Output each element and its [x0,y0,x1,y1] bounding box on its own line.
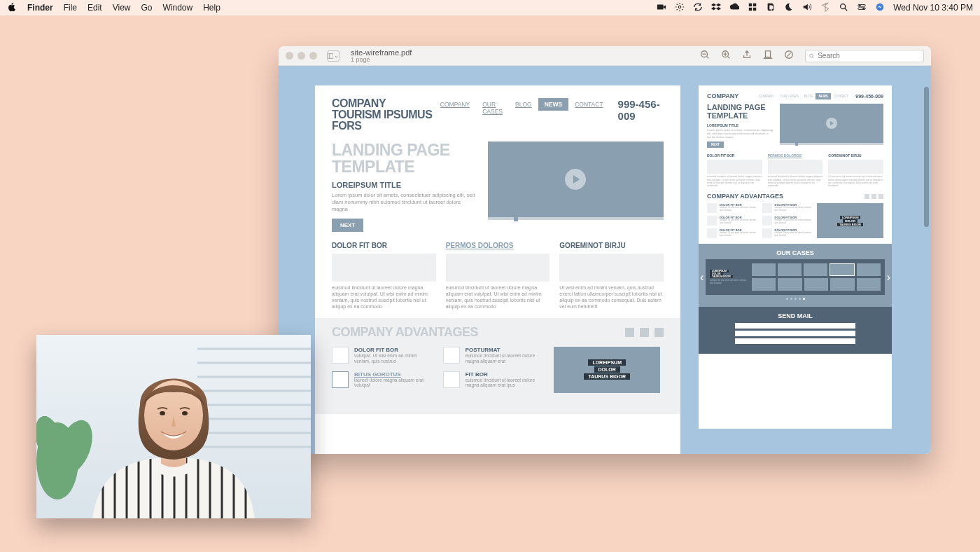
wf-logo: COMPANY [332,98,434,109]
markup-icon[interactable] [784,50,794,62]
svg-rect-0 [657,4,664,9]
wf-col2-p: euismod tincidunt ut laoreet dolore magn… [446,284,550,310]
video-icon[interactable] [657,2,666,14]
wf-col2-box [446,254,550,282]
t-hero-sub: LOREIPSUM TITLE [707,123,774,127]
wf-col1-p: euismod tincidunt ut laoreet dolore magn… [332,284,436,310]
wf-adv-hero: LOREIPSUM DOLOR TAURUS BIGOR [554,347,660,393]
zoom-out-icon[interactable] [700,50,710,62]
svg-point-10 [862,7,864,9]
preview-window: ⌄ site-wireframe.pdf 1 page COMPANY [279,46,931,454]
t-nav-news: NEWS [816,93,831,99]
svg-point-9 [859,4,861,6]
wf-nav-cases: OUR CASES [476,98,509,118]
pdf-viewport[interactable]: COMPANY TOURISM IPSUMUS FORS COMPANY OUR… [279,66,931,454]
wf-col1-h: DOLOR FIT BOR [332,242,436,249]
t-nav-blog: BLOG [802,93,816,99]
bluetooth-icon[interactable] [820,2,830,14]
apple-icon[interactable] [7,2,17,14]
wf-col2-h: PERMOS DOLOROS [446,242,550,249]
t-hero-title: LANDING PAGE TEMPLATE [707,104,774,120]
svg-rect-2 [749,3,752,6]
wf-adv-a: DOLOR FIT BOR [354,347,433,353]
svg-rect-12 [328,53,333,58]
wf-adv-title: COMPANY ADVANTAGES [332,325,478,340]
t-mail-f2 [735,331,855,336]
t-video [780,104,883,143]
svg-rect-3 [753,3,756,6]
t-mail-f1 [735,323,855,329]
wireframe-page-thumb: COMPANY COMPANY OUR CASES BLOG NEWS CONT… [699,85,892,429]
zoom-in-icon[interactable] [721,50,731,62]
traffic-lights[interactable] [286,52,317,60]
moon-icon[interactable] [784,2,794,14]
sync-icon[interactable] [693,2,703,14]
square-icon [332,347,349,364]
volume-icon[interactable] [802,2,812,14]
wf-video-placeholder [488,142,664,217]
menu-edit[interactable]: Edit [88,3,102,13]
document-subtitle: 1 page [351,57,412,63]
floating-photo [36,335,311,518]
wf-adv-c: BITUS GOROTUS [354,371,433,378]
wf-nav-company: COMPANY [434,98,476,111]
search-input[interactable] [818,52,920,60]
t-c3h: GOREMINOT BIRJU [828,153,883,158]
wf-tagline: TOURISM IPSUMUS FORS [332,109,434,132]
sidebar-toggle-icon[interactable]: ⌄ [327,50,340,62]
svg-point-47 [182,411,188,415]
t-mail-title: SEND MAIL [707,312,883,319]
menu-help[interactable]: Help [203,3,220,13]
share-icon[interactable] [742,50,752,62]
scrollbar-thumb[interactable] [924,87,929,227]
controlcenter-icon[interactable] [857,2,867,14]
app-name[interactable]: Finder [27,3,53,13]
wf-col3-box [559,254,664,282]
clock[interactable]: Wed Nov 10 3:40 PM [893,3,973,13]
svg-point-1 [678,6,681,8]
wf-adv-b-txt: euismod tincidunt ut laoreet dolore magn… [465,353,545,364]
menu-file[interactable]: File [64,3,77,13]
messenger-icon[interactable] [875,2,885,14]
t-vbar [780,143,883,145]
highlight-icon[interactable] [763,50,773,62]
wf-phone: 999-456-009 [618,98,664,122]
wf-next-button: NEXT [332,219,363,232]
wf-blk3: TAURUS BIGOR [584,373,630,380]
wf-hero-sub: LOREIPSUM TITLE [332,181,478,189]
t-c2h: PERMOS DOLOROS [768,153,823,158]
t-hero-body: Lorem ipsum dolor sit amets, consectetue… [707,129,774,139]
portrait-illustration [36,335,311,518]
dropbox-icon[interactable] [711,2,721,14]
menu-view[interactable]: View [113,3,131,13]
scrollbar[interactable] [924,87,929,452]
wf-hero-body: Lorem ipsum dolor sit amets, consectetue… [332,192,478,212]
wf-nav-contact: CONTACT [568,98,609,111]
cloud-icon[interactable] [729,2,739,14]
search-field[interactable] [805,50,924,62]
chevron-right-icon: › [887,271,890,284]
wf-adv-squares [625,328,664,337]
wf-col3-h: GOREMINOT BIRJU [559,242,664,249]
t-dots [706,298,885,300]
t-c2p: euismod tincidunt ut laoreet dolore magn… [768,175,823,187]
evernote-icon[interactable] [766,2,776,14]
svg-point-46 [160,411,165,415]
wf-nav-blog: BLOG [509,98,538,111]
gear-icon[interactable] [675,2,685,14]
grid-icon[interactable] [748,2,757,14]
wf-adv-a-txt: volutpat. Ut wisi enim ad minim veniam, … [354,353,433,364]
t-nav-cases: OUR CASES [777,93,802,99]
titlebar: ⌄ site-wireframe.pdf 1 page [279,46,931,66]
wf-col1-box [332,254,436,282]
t-logo: COMPANY [707,92,738,99]
menu-window[interactable]: Window [163,3,193,13]
menu-go[interactable]: Go [141,3,153,13]
svg-rect-4 [749,7,752,10]
spotlight-icon[interactable] [839,2,848,14]
svg-rect-5 [753,7,756,10]
wireframe-page-main: COMPANY TOURISM IPSUMUS FORS COMPANY OUR… [315,85,680,454]
wf-adv-b: POSTURMAT [465,347,545,353]
wf-adv-d: FIT BOR [465,371,545,378]
svg-point-18 [810,54,813,57]
